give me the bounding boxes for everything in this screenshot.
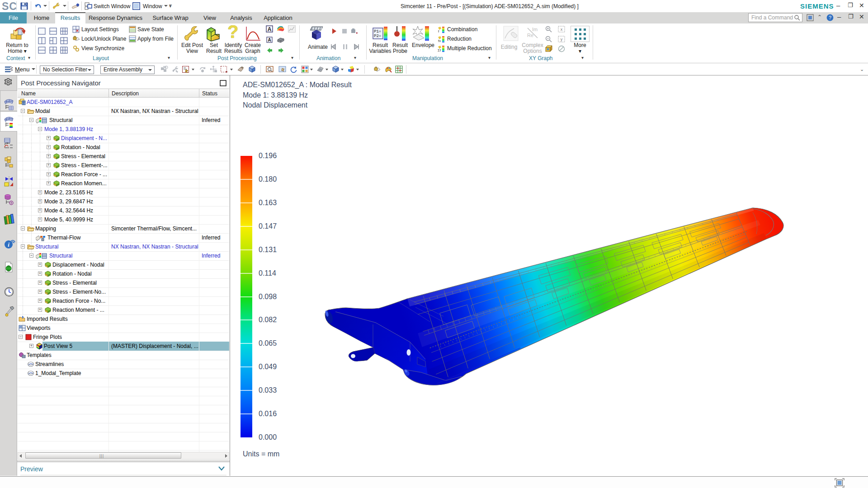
svg-text:P2=: P2=: [374, 34, 381, 38]
svg-text:A: A: [268, 26, 272, 33]
svg-text:fx: fx: [438, 39, 441, 43]
svg-text:f: f: [438, 29, 439, 33]
svg-text:P1=: P1=: [374, 29, 381, 34]
svg-text:Σf: Σf: [438, 48, 441, 52]
svg-text:y: y: [561, 37, 563, 42]
svg-text:?: ?: [829, 15, 831, 20]
svg-text:Im: Im: [532, 27, 538, 32]
svg-text:x: x: [561, 27, 563, 32]
svg-text:i: i: [8, 241, 9, 248]
svg-text:A: A: [268, 38, 271, 42]
